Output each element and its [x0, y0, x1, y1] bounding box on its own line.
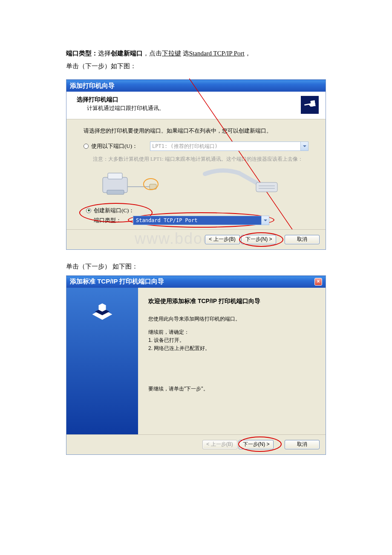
title-text: 添加打印机向导: [70, 82, 115, 90]
add-printer-wizard-dialog: 添加打印机向导 选择打印机端口 计算机通过端口跟打印机通讯。 请选择您的打印机要…: [66, 79, 326, 250]
use-port-combo[interactable]: LPT1: (推荐的打印机端口): [150, 142, 308, 151]
close-button[interactable]: ×: [314, 278, 322, 286]
wizard-heading: 欢迎使用添加标准 TCP/IP 打印机端口向导: [148, 296, 260, 306]
tcpip-port-wizard-dialog: 添加标准 TCP/IP 打印机端口向导 × 欢迎使用添加标准 TCP/IP 打印…: [66, 275, 326, 455]
wizard-header: 选择打印机端口 计算机通过端口跟打印机通讯。: [66, 92, 326, 119]
use-port-radio[interactable]: [84, 144, 89, 149]
svg-rect-3: [108, 173, 122, 179]
title-bar: 添加标准 TCP/IP 打印机端口向导 ×: [66, 276, 326, 288]
wizard-text-2: 继续前，请确定： 1. 设备已打开。 2. 网络已连上并已配置好。: [148, 328, 260, 353]
chevron-down-icon[interactable]: [261, 216, 269, 225]
port-type-label: 端口类型：: [86, 216, 133, 225]
wizard-main: 欢迎使用添加标准 TCP/IP 打印机端口向导 您使用此向导来添加网络打印机的端…: [138, 288, 271, 434]
use-port-label: 使用以下端口(U)：: [91, 142, 147, 150]
port-type-combo[interactable]: Standard TCP/IP Port: [133, 216, 269, 225]
button-row: < 上一步(B) 下一步(N) > 取消: [66, 434, 326, 454]
button-row: www.bdoox.com < 上一步(B) 下一步(N) > 取消: [66, 229, 326, 249]
title-text: 添加标准 TCP/IP 打印机端口向导: [70, 278, 164, 286]
header-title: 选择打印机端口: [77, 96, 118, 103]
instruction-line-1: 端口类型：选择创建新端口，点击下拉键 选Standard TCP/IP Port…: [66, 47, 326, 60]
wizard-text-1: 您使用此向导来添加网络打印机的端口。: [148, 315, 260, 323]
wizard-body: 请选择您的打印机要使用的端口。如果端口不在列表中，您可以创建新端口。 使用以下端…: [66, 119, 326, 229]
back-button: < 上一步(B): [202, 440, 237, 449]
create-port-block: 创建新端口(C)： 端口类型： Standard TCP/IP Port: [86, 206, 308, 225]
header-subtitle: 计算机通过端口跟打印机通讯。: [77, 104, 164, 112]
create-port-label: 创建新端口(C)：: [94, 206, 134, 215]
wizard-body: 欢迎使用添加标准 TCP/IP 打印机端口向导 您使用此向导来添加网络打印机的端…: [66, 288, 326, 434]
next-button[interactable]: 下一步(N) >: [241, 235, 276, 244]
cancel-button[interactable]: 取消: [285, 440, 320, 449]
printer-connector-illustration: [93, 165, 308, 199]
use-port-row: 使用以下端口(U)： LPT1: (推荐的打印机端口): [84, 142, 308, 151]
next-button[interactable]: 下一步(N) >: [239, 440, 274, 449]
wizard-sidebar: [66, 288, 138, 434]
cancel-button[interactable]: 取消: [285, 235, 320, 244]
title-bar: 添加打印机向导: [66, 80, 326, 92]
instruction-line-3: 单击（下一步） 如下图：: [66, 260, 326, 273]
lpt1-note: 注意：大多数计算机使用 LPT1: 端口来跟本地计算机通讯。这个端口的连接器应该…: [93, 155, 308, 163]
chevron-down-icon[interactable]: [300, 142, 308, 150]
printer-network-icon: [88, 298, 117, 325]
wizard-continue-text: 要继续，请单击"下一步"。: [148, 385, 208, 393]
instruction-text: 请选择您的打印机要使用的端口。如果端口不在列表中，您可以创建新端口。: [84, 127, 308, 135]
svg-rect-4: [107, 190, 124, 194]
instruction-line-2: 单击（下一步）如下图：: [66, 60, 326, 72]
back-button[interactable]: < 上一步(B): [205, 235, 240, 244]
svg-rect-6: [256, 182, 277, 192]
create-port-radio[interactable]: [86, 208, 91, 213]
printer-icon: [301, 96, 319, 114]
svg-rect-5: [150, 184, 156, 189]
